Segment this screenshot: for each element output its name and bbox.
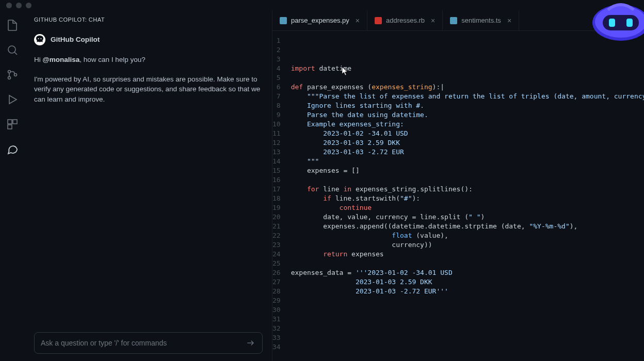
extensions-icon[interactable] [6,118,19,131]
line-gutter: 1234567891011121314151617181920212223242… [272,36,291,361]
code-line[interactable] [291,73,644,83]
tab-label: parse_expenses.py [291,17,349,24]
code-line[interactable]: Ignore lines starting with #. [291,101,644,110]
svg-rect-6 [8,120,12,124]
code-line[interactable]: 2023-01-02 -34.01 USD [291,129,644,138]
svg-rect-12 [450,17,457,24]
code-line[interactable] [291,324,644,333]
svg-rect-8 [8,125,12,129]
tab-sentiments-ts[interactable]: sentiments.ts× [443,10,519,30]
python-file-icon [280,17,287,24]
code-line[interactable]: continue [291,203,644,212]
editor-tabs: parse_expenses.py×addresses.rb×sentiment… [272,10,644,31]
chat-greeting: Hi @monalisa, how can I help you? [34,55,263,65]
tab-label: addresses.rb [386,17,425,24]
code-line[interactable]: def parse_expenses (expenses_string):| [291,83,644,92]
svg-marker-5 [9,95,17,104]
svg-line-1 [14,52,17,55]
code-line[interactable]: if line.startswith("#"): [291,194,644,203]
tab-label: sentiments.ts [461,17,501,24]
activity-bar [0,10,25,361]
code-line[interactable]: expenses.append((datetime.datetime.strpt… [291,222,644,231]
code-line[interactable]: 2023-01-03 -2.72 EUR [291,147,644,157]
chat-agent-row: GitHub Copilot [34,34,263,45]
greet-prefix: Hi [34,56,43,63]
svg-point-3 [8,77,11,79]
editor-area: parse_expenses.py×addresses.rb×sentiment… [272,10,644,361]
copilot-avatar-icon [34,34,45,45]
tab-addresses-rb[interactable]: addresses.rb× [367,10,443,30]
code-line[interactable] [291,315,644,324]
tab-parse_expenses-py[interactable]: parse_expenses.py× [272,10,367,30]
code-line[interactable]: import datetime [291,64,644,73]
code-line[interactable] [291,296,644,305]
traffic-max[interactable] [26,3,31,8]
code-line[interactable]: Example expenses_string: [291,120,644,129]
code-line[interactable]: Parse the date using datetime. [291,110,644,120]
code-line[interactable] [291,175,644,185]
svg-rect-10 [280,17,287,24]
code-line[interactable]: return expenses [291,250,644,259]
chat-input[interactable] [41,339,246,347]
chat-input-container[interactable] [34,332,263,354]
code-line[interactable]: """Parse the list of expenses and return… [291,92,644,101]
explorer-icon[interactable] [6,19,19,32]
code-line[interactable] [291,333,644,342]
code-line[interactable]: currency)) [291,240,644,250]
chat-body: GitHub Copilot Hi @monalisa, how can I h… [25,29,272,326]
code-line[interactable] [291,259,644,268]
send-icon[interactable] [246,338,256,348]
chat-disclaimer: I'm powered by AI, so surprises and mist… [34,74,263,105]
traffic-close[interactable] [6,3,12,8]
close-icon[interactable]: × [507,17,511,25]
close-icon[interactable]: × [356,17,360,25]
agent-name: GitHub Copilot [51,35,100,45]
code-line[interactable] [291,305,644,315]
source-control-icon[interactable] [6,68,19,81]
code-line[interactable]: expenses = [] [291,166,644,175]
code-line[interactable]: float (value), [291,231,644,240]
code-content[interactable]: import datetimedef parse_expenses (expen… [291,36,644,361]
svg-point-4 [14,74,17,76]
svg-rect-11 [375,17,382,24]
chat-icon[interactable] [6,142,19,156]
svg-point-0 [8,46,15,53]
svg-point-2 [8,71,11,73]
code-area[interactable]: 1234567891011121314151617181920212223242… [272,31,644,361]
code-line[interactable] [291,352,644,361]
traffic-min[interactable] [16,3,22,8]
chat-panel: GITHUB COPILOT: CHAT GitHub Copilot Hi @… [25,10,272,361]
code-line[interactable]: 2023-01-03 2.59 DKK [291,277,644,287]
code-line[interactable]: expenses_data = '''2023-01-02 -34.01 USD [291,268,644,277]
search-icon[interactable] [6,43,19,57]
code-line[interactable] [291,342,644,352]
code-line[interactable]: """ [291,157,644,166]
code-line[interactable]: 2023-01-03 -2.72 EUR''' [291,287,644,296]
greet-suffix: , how can I help you? [79,56,146,63]
typescript-file-icon [450,17,457,24]
chat-header: GITHUB COPILOT: CHAT [25,10,272,29]
code-line[interactable]: for line in expenses_string.splitlines()… [291,185,644,194]
code-line[interactable]: 2023-01-03 2.59 DKK [291,138,644,147]
run-debug-icon[interactable] [6,93,19,106]
svg-rect-7 [13,120,17,124]
ruby-file-icon [375,17,382,24]
greet-mention: @monalisa [43,56,80,63]
code-line[interactable]: date, value, currency = line.split (" ") [291,212,644,222]
close-icon[interactable]: × [431,17,435,25]
titlebar [0,0,644,10]
